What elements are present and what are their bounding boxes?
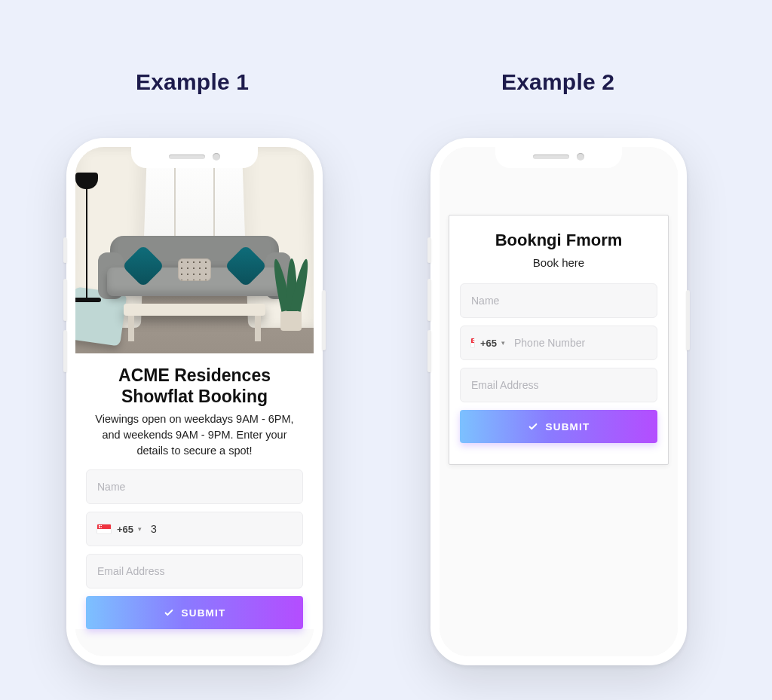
email-field[interactable] xyxy=(86,554,303,588)
phone-notch xyxy=(495,147,622,168)
submit-button[interactable]: SUBMIT xyxy=(460,410,657,443)
submit-label: SUBMIT xyxy=(546,421,590,433)
check-icon xyxy=(528,421,538,432)
flag-sg-icon[interactable] xyxy=(97,524,111,533)
phone-mockup-1: ACME Residences Showflat Booking Viewing… xyxy=(66,138,323,665)
phone-side-button xyxy=(63,279,67,321)
phone-notch xyxy=(131,147,258,168)
booking-form-card: ACME Residences Showflat Booking Viewing… xyxy=(75,353,314,629)
form-subtitle: Book here xyxy=(449,255,668,283)
country-code[interactable]: +65 xyxy=(480,338,497,349)
speaker-icon xyxy=(533,154,569,159)
name-input[interactable] xyxy=(97,481,292,493)
phone-field[interactable]: +65 ▾ xyxy=(460,326,657,360)
booking-form-card: Bookngi Fmorm Book here +65 ▾ SUBMIT xyxy=(449,215,669,465)
camera-icon xyxy=(577,153,584,160)
phone-side-button xyxy=(427,237,431,263)
phone-side-button xyxy=(322,290,326,350)
email-input[interactable] xyxy=(471,379,646,391)
name-field[interactable] xyxy=(86,469,303,504)
chevron-down-icon[interactable]: ▾ xyxy=(501,339,505,347)
name-field[interactable] xyxy=(460,283,657,318)
form-title-line2: Showflat Booking xyxy=(121,387,268,406)
email-field[interactable] xyxy=(460,368,657,402)
hero-image xyxy=(75,147,314,353)
flag-sg-icon[interactable] xyxy=(471,338,474,347)
phone-side-button xyxy=(427,330,431,372)
phone-field[interactable]: +65 ▾ xyxy=(86,512,303,546)
submit-label: SUBMIT xyxy=(182,607,226,619)
example-1-label: Example 1 xyxy=(136,69,249,95)
phone-screen: Bookngi Fmorm Book here +65 ▾ SUBMIT xyxy=(440,147,678,656)
phone-side-button xyxy=(686,290,690,350)
form-title: ACME Residences Showflat Booking xyxy=(75,353,314,411)
phone-mockup-2: Bookngi Fmorm Book here +65 ▾ SUBMIT xyxy=(430,138,687,665)
phone-screen: ACME Residences Showflat Booking Viewing… xyxy=(75,147,314,656)
chevron-down-icon[interactable]: ▾ xyxy=(138,525,142,533)
phone-side-button xyxy=(427,279,431,321)
email-input[interactable] xyxy=(97,565,292,577)
check-icon xyxy=(164,607,174,618)
phone-input[interactable] xyxy=(514,337,646,349)
phone-side-button xyxy=(63,330,67,372)
camera-icon xyxy=(213,153,220,160)
form-title: Bookngi Fmorm xyxy=(449,216,668,255)
name-input[interactable] xyxy=(471,295,646,307)
form-title-line1: ACME Residences xyxy=(118,365,271,385)
country-code[interactable]: +65 xyxy=(117,524,133,535)
phone-input[interactable] xyxy=(151,523,292,535)
submit-button[interactable]: SUBMIT xyxy=(86,596,303,629)
phone-side-button xyxy=(63,237,67,263)
example-2-label: Example 2 xyxy=(501,69,614,95)
speaker-icon xyxy=(169,154,205,159)
form-subtitle: Viewings open on weekdays 9AM - 6PM, and… xyxy=(75,411,314,469)
